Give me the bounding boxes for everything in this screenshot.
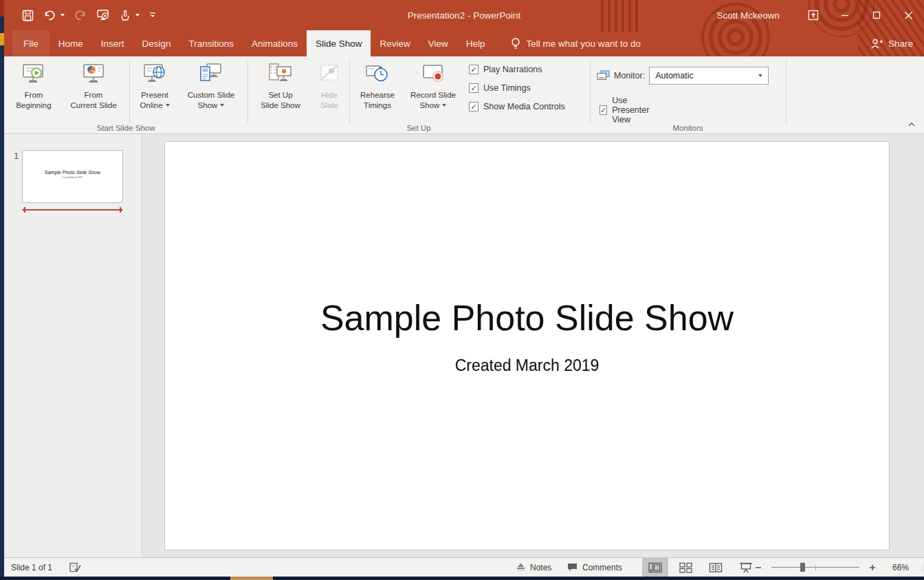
ribbon-tabs: File Home Insert Design Transitions Anim…	[4, 30, 924, 56]
tab-slide-show[interactable]: Slide Show	[307, 30, 371, 56]
normal-view-icon	[648, 561, 663, 574]
checkmark-icon: ✓	[470, 103, 476, 111]
monitor-row: Monitor: Automatic	[597, 67, 769, 85]
normal-view-button[interactable]	[642, 558, 668, 577]
zoom-level[interactable]: 66%	[887, 563, 914, 572]
comments-toggle-button[interactable]: Comments	[566, 558, 622, 577]
redo-button	[74, 10, 87, 21]
slide-indicator: Slide 1 of 1	[11, 558, 52, 577]
group-start-slide-show-2: Present Online Custom Slide Show	[132, 56, 245, 111]
zoom-in-button[interactable]	[866, 558, 879, 577]
set-up-slide-show-button[interactable]: Set Up Slide Show	[250, 56, 311, 111]
account-user-name[interactable]: Scott Mckeown	[716, 10, 780, 21]
hide-slide-button: Hide Slide	[311, 56, 348, 111]
rehearse-timings-button[interactable]: Rehearse Timings	[353, 56, 402, 111]
maximize-button[interactable]	[861, 5, 892, 25]
slide-thumbnail-panel: 1 Sample Photo Slide Show Created March …	[4, 134, 142, 557]
record-slide-show-button[interactable]: Record Slide Show	[402, 56, 465, 111]
from-current-slide-button[interactable]: From Current Slide	[60, 56, 126, 111]
checkmark-icon: ✓	[600, 107, 606, 114]
button-label: Present	[141, 90, 168, 100]
checkbox-label: Use Timings	[483, 83, 531, 93]
tab-design[interactable]: Design	[133, 30, 180, 56]
tab-review[interactable]: Review	[371, 30, 419, 56]
slide-subtitle-text[interactable]: Created March 2019	[165, 356, 889, 375]
checkbox-box: ✓	[469, 65, 478, 74]
play-narrations-checkbox[interactable]: ✓ Play Narrations	[469, 63, 565, 76]
dropdown-caret-icon	[220, 104, 224, 107]
collapse-ribbon-button[interactable]	[908, 118, 916, 130]
save-button[interactable]	[22, 10, 34, 21]
ribbon-slide-show: From Beginning From Current Slide Presen…	[4, 56, 924, 134]
start-from-beginning-button[interactable]	[96, 9, 110, 21]
dropdown-caret-icon	[758, 74, 762, 77]
checkbox-box: ✓	[469, 83, 478, 93]
tab-transitions[interactable]: Transitions	[180, 30, 243, 56]
use-timings-checkbox[interactable]: ✓ Use Timings	[469, 82, 565, 94]
close-icon	[904, 11, 913, 20]
button-label: Record Slide	[410, 90, 456, 100]
redo-icon	[74, 10, 87, 21]
touch-mouse-mode-button[interactable]	[120, 10, 140, 21]
group-label-set-up: Set Up	[248, 124, 590, 132]
dropdown-caret-icon	[442, 104, 446, 107]
custom-slide-show-button[interactable]: Custom Slide Show	[177, 56, 245, 111]
fit-slide-to-window-button[interactable]	[921, 562, 924, 573]
ribbon-group-separator	[786, 61, 786, 124]
zoom-slider-thumb[interactable]	[800, 563, 805, 572]
ribbon-display-options-button[interactable]	[798, 5, 829, 25]
notes-toggle-button[interactable]: Notes	[516, 558, 551, 577]
button-label: Custom Slide	[188, 90, 234, 100]
slide-number: 1	[14, 151, 19, 161]
share-label: Share	[888, 39, 913, 49]
button-label: Show	[198, 100, 225, 111]
tab-help[interactable]: Help	[457, 30, 494, 56]
ribbon-group-separator	[248, 61, 248, 124]
button-label: Rehearse	[360, 90, 395, 100]
from-beginning-button[interactable]: From Beginning	[7, 56, 60, 111]
red-annotation-line	[22, 206, 123, 213]
background-taskbar-edge	[0, 577, 924, 580]
custom-slide-show-icon	[199, 63, 223, 86]
tab-insert[interactable]: Insert	[92, 30, 133, 56]
group-label-monitors: Monitors	[590, 124, 786, 132]
close-button[interactable]	[892, 5, 924, 25]
use-presenter-view-checkbox[interactable]: ✓ Use Presenter View	[600, 96, 651, 125]
notes-label: Notes	[530, 563, 551, 572]
share-button[interactable]: Share	[870, 30, 913, 56]
button-label: Slide	[320, 100, 338, 111]
checkbox-label: Use Presenter View	[612, 96, 651, 125]
checkbox-box: ✓	[469, 102, 478, 111]
undo-button[interactable]	[43, 10, 65, 21]
notes-icon	[516, 563, 526, 572]
show-media-controls-checkbox[interactable]: ✓ Show Media Controls	[469, 100, 565, 113]
zoom-controls: 66%	[752, 558, 924, 577]
zoom-out-icon	[755, 564, 762, 571]
button-label: From	[85, 90, 103, 100]
tell-me-box[interactable]: Tell me what you want to do	[511, 30, 641, 56]
present-online-button[interactable]: Present Online	[132, 56, 177, 111]
reading-view-icon	[708, 561, 723, 574]
lightbulb-icon	[511, 37, 520, 50]
tab-view[interactable]: View	[419, 30, 457, 56]
tab-animations[interactable]: Animations	[243, 30, 307, 56]
reading-view-button[interactable]	[703, 558, 729, 577]
slide: Sample Photo Slide Show Created March 20…	[164, 141, 890, 550]
share-icon	[870, 38, 883, 50]
slide-title-text[interactable]: Sample Photo Slide Show	[165, 297, 889, 339]
tell-me-label: Tell me what you want to do	[527, 39, 641, 49]
monitor-select[interactable]: Automatic	[649, 67, 769, 85]
tab-home[interactable]: Home	[50, 30, 92, 56]
ribbon-options-icon	[808, 10, 819, 21]
spellcheck-button[interactable]	[69, 558, 82, 577]
monitor-icon	[597, 70, 610, 82]
titlebar: Presentation2 - PowerPoint Scott Mckeown	[4, 0, 924, 30]
zoom-out-button[interactable]	[752, 558, 764, 577]
slide-sorter-view-button[interactable]	[672, 558, 698, 577]
slide-thumbnail[interactable]: Sample Photo Slide Show Created March 20…	[22, 150, 123, 203]
minimize-button[interactable]	[829, 5, 861, 25]
customize-qat-button[interactable]	[149, 12, 156, 19]
zoom-slider[interactable]	[771, 558, 859, 577]
powerpoint-window: Presentation2 - PowerPoint Scott Mckeown…	[4, 0, 924, 577]
tab-file[interactable]: File	[12, 30, 50, 56]
